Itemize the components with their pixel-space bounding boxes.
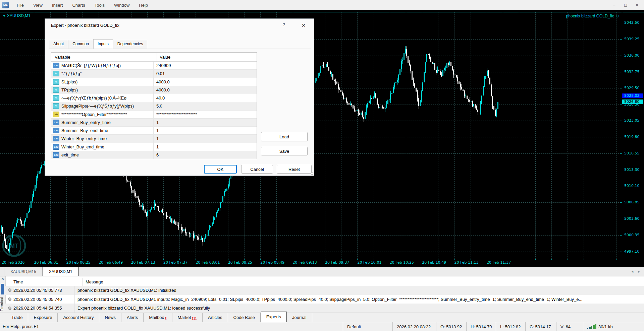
chart-tab-xauusd-m1[interactable]: XAUUSD,M1 — [43, 267, 79, 276]
time-tick-label: 20 Feb 07:37 — [163, 260, 187, 265]
status-connection[interactable]: 30/1 kb — [583, 322, 644, 331]
input-row[interactable]: 123MAGIC(Šî–{ƒ}ƒWƒbƒNƒiƒ“ƒo[)240909 — [51, 62, 257, 69]
tab-market[interactable]: Market111 — [172, 313, 203, 322]
price-tick-label: 5039.25 — [624, 37, 640, 41]
ok-button[interactable]: OK — [204, 165, 237, 174]
tab-alerts[interactable]: Alerts — [121, 313, 144, 322]
chart-frame-right — [622, 12, 622, 259]
load-button[interactable]: Load — [261, 132, 308, 141]
save-button[interactable]: Save — [261, 147, 308, 155]
chart-frame-bottom — [0, 259, 644, 259]
time-axis[interactable]: 20 Feb 202620 Feb 06:0120 Feb 06:2520 Fe… — [0, 260, 622, 267]
tab-trade[interactable]: Trade — [6, 313, 28, 322]
time-tick-label: 20 Feb 09:37 — [325, 260, 349, 265]
chart-tab-bar: XAUUSD,M15XAUUSD,M1◄► — [0, 267, 644, 276]
reset-button[interactable]: Reset — [277, 165, 312, 174]
help-icon[interactable]: ? — [280, 22, 288, 29]
input-row[interactable]: ½SlippagePips(‹—eƒXƒŠƒbƒy[ƒWpips)5.0 — [51, 102, 257, 110]
tab-experts[interactable]: Experts — [261, 312, 287, 322]
scroll-left-icon[interactable]: ◄ — [631, 270, 634, 273]
expert-log-icon — [8, 297, 11, 301]
tab-about[interactable]: About — [49, 40, 68, 49]
status-profile[interactable]: Default — [343, 322, 392, 331]
menu-window[interactable]: Window — [109, 0, 134, 10]
input-value-cell[interactable]: 0.01 — [153, 70, 257, 77]
chart-tab-xauusd-m15[interactable]: XAUUSD,M15 — [4, 267, 43, 276]
terminal-close-icon[interactable]: ✕ — [1, 277, 5, 281]
input-variable-name: ”.”ƒƒƒbƒg” — [61, 71, 82, 76]
tab-code-base[interactable]: Code Base — [228, 313, 261, 322]
input-row[interactable]: ½‹—eƒXƒvƒŒƒbƒh(pips) ¦0‚Å–³Œø40.0 — [51, 94, 257, 102]
menu-file[interactable]: File — [12, 0, 29, 10]
input-variable-cell: 123exit_time — [51, 152, 153, 158]
window-controls: – ◻ ✕ — [608, 0, 643, 10]
input-value-cell[interactable]: 6 — [153, 151, 257, 159]
terminal-tab-bar: TradeExposureAccount HistoryNewsAlertsMa… — [0, 313, 644, 322]
input-row[interactable]: 123Winter_Buy_end_time1 — [51, 143, 257, 151]
price-tick-label: 5023.05 — [624, 118, 640, 123]
tab-dependencies[interactable]: Dependencies — [113, 40, 148, 49]
input-value-cell[interactable]: 1 — [153, 135, 257, 142]
input-value-cell[interactable]: ************************ — [153, 111, 257, 118]
terminal-side-label[interactable]: Terminal — [0, 296, 5, 313]
input-row[interactable]: 123Winter_Buy_entry_time1 — [51, 134, 257, 142]
terminal-row[interactable]: 2026.02.20 05:45:05.773phoenix blizzard … — [5, 286, 644, 295]
restore-icon[interactable]: ◻ — [620, 1, 631, 9]
input-variable-cell: ½”.”ƒƒƒbƒg” — [51, 71, 153, 76]
tab-common[interactable]: Common — [68, 40, 93, 49]
input-value-cell[interactable]: 1 — [153, 119, 257, 126]
time-tick-label: 20 Feb 09:13 — [293, 260, 317, 265]
input-row[interactable]: ½”.”ƒƒƒbƒg”0.01 — [51, 69, 257, 77]
price-axis[interactable]: 5042.505039.255036.005032.755029.505026.… — [622, 11, 644, 268]
input-value-cell[interactable]: 4000.0 — [153, 86, 257, 94]
column-header-variable[interactable]: Variable — [51, 55, 157, 60]
input-variable-name: Summer_Buy_end_time — [61, 128, 108, 133]
column-header-message[interactable]: Message — [83, 278, 644, 286]
dbl-type-icon: ½ — [53, 79, 59, 85]
input-value-cell[interactable]: 5.0 — [153, 102, 257, 110]
scroll-right-icon[interactable]: ► — [637, 270, 641, 273]
input-value-cell[interactable]: 1 — [153, 143, 257, 151]
input-variable-cell: ½TP(pips) — [51, 87, 153, 93]
resize-grip[interactable] — [310, 172, 313, 175]
input-row[interactable]: 123Summer_Buy_entry_time1 — [51, 118, 257, 126]
menu-help[interactable]: Help — [134, 0, 153, 10]
tab-inputs[interactable]: Inputs — [93, 39, 113, 49]
tab-articles[interactable]: Articles — [203, 313, 228, 322]
price-tick-label: 5013.30 — [624, 168, 640, 172]
dialog-tab-divider — [49, 49, 311, 49]
input-value-cell[interactable]: 1 — [153, 127, 257, 134]
column-header-value[interactable]: Value — [157, 53, 257, 61]
terminal-row[interactable]: 2026.02.20 05:44:54.355Expert phoenix bl… — [5, 304, 644, 313]
terminal-row[interactable]: 2026.02.20 05:45:05.740phoenix blizzard … — [5, 295, 644, 304]
menu-view[interactable]: View — [29, 0, 47, 10]
chevron-down-icon[interactable]: ▼ — [3, 14, 6, 18]
expert-advisor-label: phoenix blizzard GOLD_fix ☺ — [566, 13, 620, 18]
input-row[interactable]: 123exit_time6 — [51, 151, 257, 159]
input-value-cell[interactable]: 4000.0 — [153, 78, 257, 86]
dialog-close-icon[interactable]: ✕ — [299, 21, 309, 29]
price-tick-label: 5003.60 — [624, 216, 640, 221]
menu-items: FileViewInsertChartsToolsWindowHelp — [12, 0, 153, 10]
close-icon[interactable]: ✕ — [631, 1, 643, 9]
tab-account-history[interactable]: Account History — [58, 313, 99, 322]
bid-price-label: 5026.80 — [622, 100, 643, 104]
input-value-cell[interactable]: 40.0 — [153, 94, 257, 102]
input-value-cell[interactable]: 240909 — [153, 62, 257, 69]
menu-insert[interactable]: Insert — [47, 0, 68, 10]
cancel-button[interactable]: Cancel — [241, 165, 273, 174]
tab-mailbox[interactable]: Mailbox5 — [144, 313, 172, 322]
tab-journal[interactable]: Journal — [287, 313, 312, 322]
input-variable-name: Summer_Buy_entry_time — [61, 120, 111, 125]
tab-exposure[interactable]: Exposure — [28, 313, 58, 322]
input-row[interactable]: ½TP(pips)4000.0 — [51, 86, 257, 94]
menu-charts[interactable]: Charts — [67, 0, 90, 10]
dialog-title-bar[interactable]: Expert - phoenix blizzard GOLD_fix ? ✕ — [45, 19, 314, 32]
input-row[interactable]: ab************Option_Filter*************… — [51, 110, 257, 118]
tab-news[interactable]: News — [99, 313, 121, 322]
column-header-time[interactable]: Time — [5, 279, 83, 284]
input-row[interactable]: 123Summer_Buy_end_time1 — [51, 126, 257, 134]
minimize-icon[interactable]: – — [608, 1, 620, 9]
input-row[interactable]: ½SL(pips)4000.0 — [51, 78, 257, 86]
menu-tools[interactable]: Tools — [90, 0, 109, 10]
